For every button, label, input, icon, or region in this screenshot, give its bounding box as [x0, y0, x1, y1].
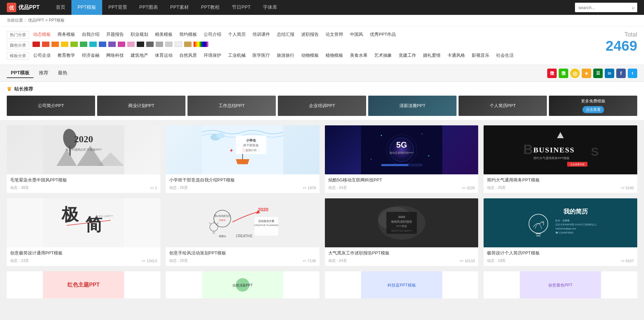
- filter-art[interactable]: 艺术抽象: [374, 52, 393, 59]
- facebook-icon[interactable]: f: [616, 69, 626, 78]
- color-yellow-green[interactable]: [70, 42, 78, 47]
- featured-card-5[interactable]: 清新淡雅PPT: [368, 96, 457, 116]
- ppt-card-5[interactable]: 极 简 ◆ 优品 品质PPT 创意极简设计通用PPT模板 动态 - 23页 13…: [7, 198, 160, 266]
- tab-recommended[interactable]: 推荐: [35, 69, 52, 78]
- filter-film[interactable]: 影视音乐: [471, 52, 490, 59]
- color-white[interactable]: [175, 42, 182, 47]
- filter-education[interactable]: 教育教学: [57, 52, 76, 59]
- filter-wedding[interactable]: 婚礼爱情: [422, 52, 441, 59]
- breadcrumb-youpin[interactable]: 优品PPT: [28, 18, 44, 23]
- nav-ppt-material[interactable]: PPT素材: [164, 0, 195, 15]
- color-yellow[interactable]: [61, 42, 68, 47]
- color-blue[interactable]: [99, 42, 106, 47]
- filter-thesis[interactable]: 论文答辩: [325, 31, 344, 38]
- nav-holiday-ppt[interactable]: 节日PPT: [226, 0, 257, 15]
- color-rainbow[interactable]: [194, 42, 208, 47]
- search-button[interactable]: ⌕: [629, 3, 637, 12]
- star-icon[interactable]: ★: [582, 69, 591, 78]
- featured-card-4[interactable]: 企业培训PPT: [278, 96, 366, 116]
- tab-ppt-templates[interactable]: PPT模板: [7, 69, 34, 78]
- svg-text:自然清新PPT: 自然清新PPT: [232, 284, 252, 287]
- tab-hottest[interactable]: 最热: [54, 69, 71, 78]
- color-light-pink[interactable]: [127, 42, 135, 47]
- filter-chinese[interactable]: 中国风: [349, 31, 364, 38]
- filter-resume[interactable]: 个人简历: [227, 31, 246, 38]
- filter-animals[interactable]: 动物模板: [301, 52, 319, 59]
- ppt-title-3: 炫酷5G移动互联网科技PPT: [328, 177, 475, 183]
- featured-card-2[interactable]: 商业计划PPT: [97, 96, 185, 116]
- filter-travel[interactable]: 旅游旅行: [276, 52, 295, 59]
- ppt-partial-4[interactable]: 创意紫色PPT: [484, 271, 637, 298]
- weibo-icon[interactable]: 微: [547, 69, 557, 78]
- breadcrumb-ppt-template[interactable]: PPT模板: [49, 18, 65, 23]
- filter-food[interactable]: 美食水果: [349, 52, 368, 59]
- filter-company-intro[interactable]: 公司介绍: [203, 31, 222, 38]
- filter-medical[interactable]: 医学医疗: [252, 52, 271, 59]
- color-green[interactable]: [80, 42, 87, 47]
- linkedin-icon[interactable]: in: [605, 69, 614, 78]
- ppt-card-4[interactable]: BUSINESS 简约大气通用商务PPT模板 B S 点击查看详情 简约大气通用…: [484, 125, 637, 193]
- ppt-partial-3[interactable]: 科技蓝PPT模板: [325, 271, 479, 298]
- twitter-icon[interactable]: t: [628, 69, 637, 78]
- featured-card-more[interactable]: 更多免费模板 点击查看: [549, 96, 637, 116]
- filter-nature[interactable]: 自然风景: [179, 52, 198, 59]
- color-black[interactable]: [137, 42, 144, 47]
- color-purple[interactable]: [108, 42, 116, 47]
- ppt-type-pages-4: 动态 - 25页: [487, 185, 506, 190]
- ppt-partial-2[interactable]: 自然清新PPT: [166, 271, 319, 298]
- color-gold[interactable]: [184, 42, 192, 47]
- filter-summary[interactable]: 总结汇报: [276, 31, 295, 38]
- ppt-card-3[interactable]: 5G 移动互联网科技PPT 炫酷5G移动互联网科技PPT 动态 - 24页: [325, 125, 479, 193]
- logo[interactable]: 优 优品PPT: [7, 3, 40, 12]
- filter-open-report[interactable]: 开题报告: [106, 31, 125, 38]
- ppt-card-6[interactable]: BUSINESS IDEA 2020 活动策划方案 CREATIVE PLANN…: [166, 198, 319, 266]
- ppt-card-2[interactable]: ✦ ⚓ 小学生 班干部竞选 自我介绍 小学班干部竞选自我介绍PPT模板 动态 -…: [166, 125, 319, 193]
- nav-fonts[interactable]: 字体库: [257, 0, 283, 15]
- filter-job-report[interactable]: 述职报告: [301, 31, 319, 38]
- filter-business[interactable]: 商务模板: [57, 31, 76, 38]
- filter-best-works[interactable]: 优秀PPT作品: [369, 31, 397, 38]
- douban-icon[interactable]: 豆: [593, 69, 603, 78]
- ppt-card-8[interactable]: 我的简历 姓名：赵珊珊 北京大学本科学院 XXXXX工程师职位上 mail:bo…: [484, 198, 637, 266]
- filter-dynamic[interactable]: 动态模板: [32, 31, 51, 38]
- color-orange-red[interactable]: [42, 42, 49, 47]
- wechat-icon[interactable]: 微: [559, 69, 568, 78]
- filter-society[interactable]: 社会生活: [495, 52, 514, 59]
- filter-industry[interactable]: 工业机械: [227, 52, 246, 59]
- color-cyan[interactable]: [89, 42, 97, 47]
- color-light-gray[interactable]: [165, 42, 173, 47]
- nav-home[interactable]: 首页: [50, 0, 71, 15]
- nav-ppt-bg[interactable]: PPT背景: [102, 0, 133, 15]
- color-dark-gray[interactable]: [146, 42, 154, 47]
- filter-training[interactable]: 培训课件: [252, 31, 271, 38]
- filter-sports[interactable]: 体育运动: [154, 52, 173, 59]
- filter-career[interactable]: 职业规划: [130, 31, 149, 38]
- color-orange[interactable]: [51, 42, 59, 47]
- search-input[interactable]: [575, 5, 629, 10]
- filter-environment[interactable]: 环境保护: [203, 52, 222, 59]
- featured-card-3[interactable]: 工作总结PPT: [187, 96, 276, 116]
- filter-plants[interactable]: 植物模板: [325, 52, 344, 59]
- filter-self-intro[interactable]: 自我介绍: [81, 31, 100, 38]
- filter-company[interactable]: 公司企业: [32, 52, 51, 59]
- color-red[interactable]: [32, 42, 40, 47]
- ppt-card-7[interactable]: 2020 海报风述职报告 PPT模板 优品PPT出品 精品PPT 大气黑灰工作述…: [325, 198, 479, 266]
- nav-ppt-chart[interactable]: PPT图表: [133, 0, 164, 15]
- filter-cartoon[interactable]: 卡通风格: [447, 52, 466, 59]
- filter-construction[interactable]: 建筑地产: [130, 52, 149, 59]
- color-pink[interactable]: [118, 42, 125, 47]
- featured-card-1[interactable]: 公司简介PPT: [7, 96, 95, 116]
- filter-beautiful[interactable]: 精美模板: [154, 31, 173, 38]
- featured-card-6[interactable]: 个人简历PPT: [459, 96, 547, 116]
- featured-more-btn[interactable]: 点击查看: [582, 106, 604, 113]
- color-gray[interactable]: [156, 42, 163, 47]
- filter-party[interactable]: 党建工作: [398, 52, 417, 59]
- nav-ppt-tutorial[interactable]: PPT教程: [195, 0, 226, 15]
- nav-ppt-templates[interactable]: PPT模板: [71, 0, 102, 15]
- filter-minimal[interactable]: 简约模板: [179, 31, 198, 38]
- filter-finance[interactable]: 经济金融: [81, 52, 100, 59]
- ppt-partial-1[interactable]: 红色主题PPT: [7, 271, 160, 298]
- ppt-card-1[interactable]: 2020 水墨中国风幻灯片模板PPT 毛笔晕染水墨中国风PPT模板 动态 - 3…: [7, 125, 160, 193]
- snapchat-icon[interactable]: ◎: [570, 69, 580, 78]
- filter-tech[interactable]: 网络科技: [106, 52, 125, 59]
